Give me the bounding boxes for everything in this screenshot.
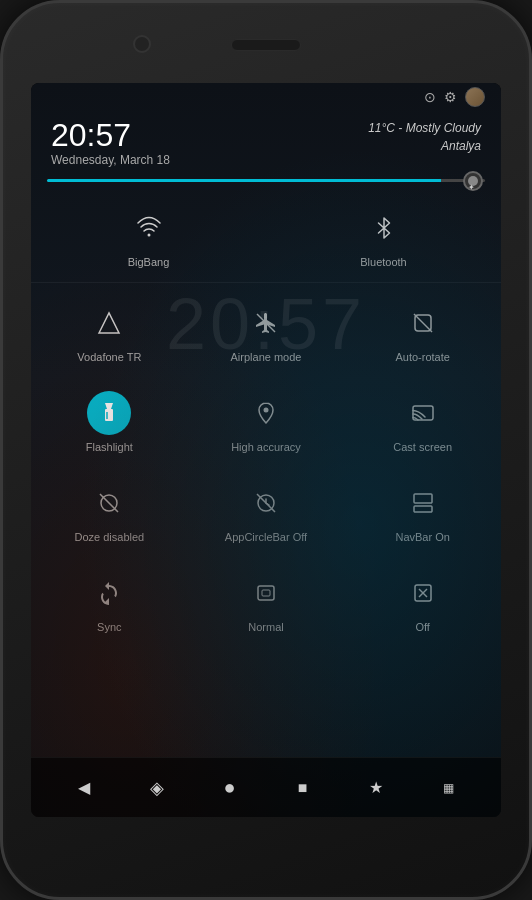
brightness-thumb-inner: ✦ [468, 176, 478, 186]
star-button[interactable]: ★ [362, 774, 390, 802]
screen-content: 20:57 ⊙ ⚙ 20:57 Wednesday, March 18 11°C… [31, 83, 501, 817]
bottom-navigation: ◀ ◈ ● ■ ★ ▦ [31, 757, 501, 817]
custom-icon[interactable]: ◈ [143, 774, 171, 802]
front-camera [133, 35, 151, 53]
wallpaper [31, 83, 501, 817]
menu-button[interactable]: ▦ [435, 774, 463, 802]
screen: 20:57 ⊙ ⚙ 20:57 Wednesday, March 18 11°C… [31, 83, 501, 817]
volume-down-button[interactable] [0, 253, 2, 293]
earpiece-speaker [231, 39, 301, 51]
brightness-thumb[interactable]: ✦ [463, 171, 483, 191]
home-button[interactable]: ● [216, 774, 244, 802]
back-button[interactable]: ◀ [70, 774, 98, 802]
brightness-slider[interactable]: ✦ [47, 179, 485, 182]
volume-up-button[interactable] [0, 203, 2, 243]
recents-button[interactable]: ■ [289, 774, 317, 802]
phone: 20:57 ⊙ ⚙ 20:57 Wednesday, March 18 11°C… [0, 0, 532, 900]
